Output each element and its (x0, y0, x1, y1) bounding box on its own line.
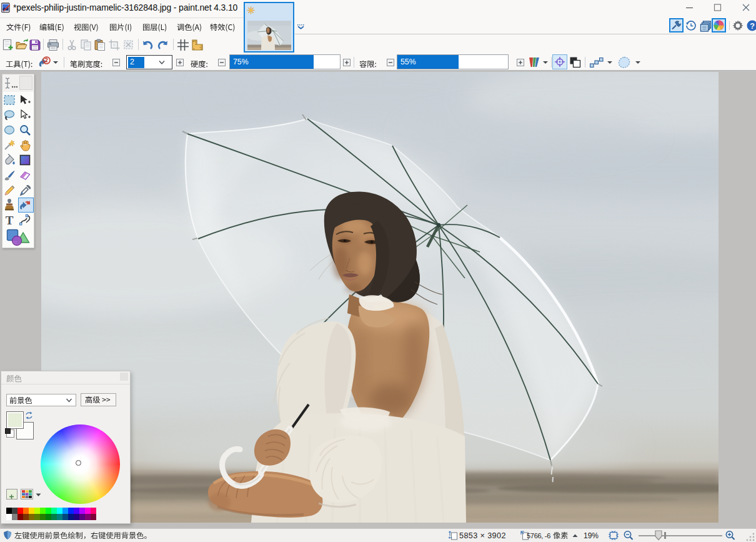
svg-text:?: ? (750, 22, 755, 31)
svg-text:T: T (6, 214, 14, 227)
